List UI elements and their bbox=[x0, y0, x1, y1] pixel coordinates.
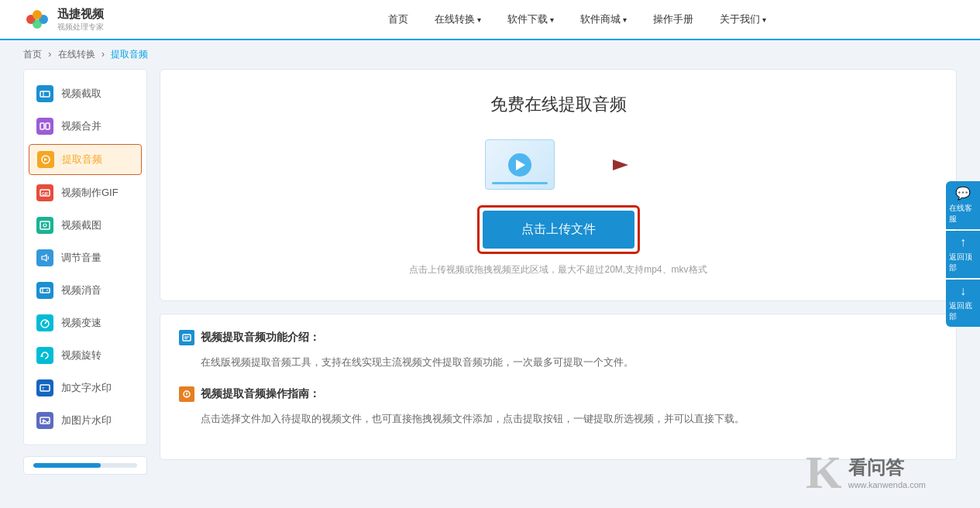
float-btn-bottom[interactable]: ↓ 返回底部 bbox=[946, 280, 980, 327]
sidebar-item-video-gif[interactable]: GIF 视频制作GIF bbox=[24, 177, 146, 209]
sidebar-label-rotate: 视频旋转 bbox=[61, 348, 101, 362]
breadcrumb-home[interactable]: 首页 bbox=[23, 49, 42, 60]
nav-home[interactable]: 首页 bbox=[377, 8, 419, 31]
svg-rect-5 bbox=[40, 91, 50, 97]
play-button-icon bbox=[508, 153, 531, 177]
breadcrumb-current: 提取音频 bbox=[111, 49, 148, 60]
nav-about[interactable]: 关于我们 bbox=[709, 8, 777, 31]
sidebar-label-image-watermark: 加图片水印 bbox=[61, 414, 112, 427]
arrow-icon bbox=[570, 148, 632, 181]
logo-title: 迅捷视频 bbox=[57, 7, 104, 22]
chat-icon: 💬 bbox=[955, 186, 971, 201]
breadcrumb-parent[interactable]: 在线转换 bbox=[58, 49, 95, 60]
sidebar-label-video-screenshot: 视频截图 bbox=[61, 218, 101, 232]
arrow-down-icon: ↓ bbox=[960, 284, 966, 298]
nav-download[interactable]: 软件下载 bbox=[497, 8, 565, 31]
main-content: 视频截取 视频合并 提取音频 GIF 视频制作GIF bbox=[0, 69, 980, 490]
sidebar-item-video-cut[interactable]: 视频截取 bbox=[24, 77, 146, 110]
svg-line-18 bbox=[45, 321, 47, 324]
video-merge-icon bbox=[36, 118, 53, 135]
header: 迅捷视频 视频处理专家 首页 在线转换 软件下载 软件商城 操作手册 关于我们 bbox=[0, 0, 980, 40]
sidebar-label-text-watermark: 加文字水印 bbox=[61, 381, 112, 395]
progress-bar-fill bbox=[33, 463, 101, 468]
float-btn-bottom-label: 返回底部 bbox=[949, 300, 977, 322]
sidebar-label-video-merge: 视频合并 bbox=[61, 119, 101, 133]
upload-button[interactable]: 点击上传文件 bbox=[483, 211, 634, 249]
volume-icon bbox=[36, 249, 53, 266]
svg-rect-12 bbox=[40, 221, 50, 229]
image-watermark-icon bbox=[36, 412, 53, 429]
upload-title: 免费在线提取音频 bbox=[490, 93, 627, 116]
sidebar-item-rotate[interactable]: 视频旋转 bbox=[24, 339, 146, 372]
info-steps-icon bbox=[179, 386, 194, 402]
float-buttons: 💬 在线客服 ↑ 返回顶部 ↓ 返回底部 bbox=[946, 181, 980, 327]
video-screenshot-icon bbox=[36, 217, 53, 234]
svg-rect-7 bbox=[40, 123, 44, 129]
sidebar-menu: 视频截取 视频合并 提取音频 GIF 视频制作GIF bbox=[23, 69, 147, 445]
video-cut-icon bbox=[36, 85, 53, 102]
info-intro-icon bbox=[179, 330, 194, 345]
info-intro-title-text: 视频提取音频功能介绍： bbox=[201, 331, 320, 345]
watermark-k: K bbox=[806, 449, 842, 490]
sidebar-label-speed: 视频变速 bbox=[61, 316, 101, 330]
breadcrumb: 首页 › 在线转换 › 提取音频 bbox=[0, 40, 980, 69]
upload-box: 免费在线提取音频 点击上传文件 点击上传视频或拖拽视 bbox=[160, 69, 957, 301]
upload-visual bbox=[485, 139, 632, 190]
info-steps-block: 视频提取音频操作指南： 点击选择文件加入待提取的视频文件，也可直接拖拽视频文件添… bbox=[179, 386, 937, 427]
play-triangle bbox=[516, 160, 525, 170]
sidebar-label-mute: 视频消音 bbox=[61, 283, 101, 297]
float-btn-top-label: 返回顶部 bbox=[949, 252, 977, 273]
logo-area: 迅捷视频 视频处理专家 bbox=[23, 5, 104, 33]
sidebar: 视频截取 视频合并 提取音频 GIF 视频制作GIF bbox=[23, 69, 147, 475]
extract-audio-icon bbox=[37, 151, 54, 168]
text-watermark-icon: T bbox=[36, 379, 53, 396]
svg-rect-14 bbox=[40, 288, 50, 293]
svg-marker-19 bbox=[40, 354, 43, 357]
watermark-text-block: 看问答 www.kanwenda.com bbox=[848, 455, 926, 489]
progress-bar-bg bbox=[33, 463, 137, 468]
info-intro-block: 视频提取音频功能介绍： 在线版视频提取音频工具，支持在线实现主流视频文件提取音频… bbox=[179, 330, 937, 371]
sidebar-item-video-merge[interactable]: 视频合并 bbox=[24, 110, 146, 142]
info-steps-title: 视频提取音频操作指南： bbox=[179, 386, 937, 402]
sidebar-label-extract-audio: 提取音频 bbox=[62, 153, 102, 166]
float-btn-chat-label: 在线客服 bbox=[949, 203, 977, 225]
logo-icon bbox=[23, 5, 51, 33]
info-intro-text: 在线版视频提取音频工具，支持在线实现主流视频文件提取音频功能，一次最多可提取一个… bbox=[179, 353, 937, 371]
info-intro-title: 视频提取音频功能介绍： bbox=[179, 330, 937, 345]
main-nav: 首页 在线转换 软件下载 软件商城 操作手册 关于我们 bbox=[197, 8, 957, 31]
svg-rect-8 bbox=[46, 123, 50, 129]
nav-manual[interactable]: 操作手册 bbox=[642, 8, 704, 31]
float-btn-top[interactable]: ↑ 返回顶部 bbox=[946, 231, 980, 278]
nav-store[interactable]: 软件商城 bbox=[569, 8, 638, 31]
svg-point-3 bbox=[33, 10, 42, 19]
info-steps-title-text: 视频提取音频操作指南： bbox=[201, 387, 320, 401]
video-thumbnail bbox=[485, 139, 555, 190]
sidebar-item-mute[interactable]: 视频消音 bbox=[24, 274, 146, 307]
sidebar-item-image-watermark[interactable]: 加图片水印 bbox=[24, 404, 146, 437]
speed-icon bbox=[36, 314, 53, 331]
progress-area bbox=[23, 456, 147, 475]
mute-icon bbox=[36, 282, 53, 299]
upload-hint: 点击上传视频或拖拽视频至此区域，最大不超过20M,支持mp4、mkv格式 bbox=[409, 263, 707, 276]
sidebar-label-video-gif: 视频制作GIF bbox=[61, 186, 119, 200]
logo-subtitle: 视频处理专家 bbox=[57, 22, 104, 33]
info-section: 视频提取音频功能介绍： 在线版视频提取音频工具，支持在线实现主流视频文件提取音频… bbox=[160, 314, 957, 460]
svg-text:GIF: GIF bbox=[42, 191, 48, 196]
content-area: 免费在线提取音频 点击上传文件 点击上传视频或拖拽视 bbox=[160, 69, 957, 475]
video-gif-icon: GIF bbox=[36, 184, 53, 201]
watermark-cn: 看问答 bbox=[848, 455, 926, 480]
float-btn-chat[interactable]: 💬 在线客服 bbox=[946, 181, 980, 229]
svg-point-29 bbox=[186, 396, 187, 396]
sidebar-item-extract-audio[interactable]: 提取音频 bbox=[29, 144, 142, 175]
upload-button-wrapper: 点击上传文件 bbox=[477, 205, 640, 254]
sidebar-item-video-screenshot[interactable]: 视频截图 bbox=[24, 209, 146, 242]
sidebar-label-video-cut: 视频截取 bbox=[61, 87, 101, 101]
sidebar-item-volume[interactable]: 调节音量 bbox=[24, 242, 146, 274]
sidebar-item-speed[interactable]: 视频变速 bbox=[24, 307, 146, 339]
svg-rect-24 bbox=[183, 335, 191, 341]
sidebar-label-volume: 调节音量 bbox=[61, 251, 101, 265]
info-steps-text: 点击选择文件加入待提取的视频文件，也可直接拖拽视频文件添加，点击提取按钮，一键提… bbox=[179, 410, 937, 427]
sidebar-item-text-watermark[interactable]: T 加文字水印 bbox=[24, 372, 146, 404]
nav-convert[interactable]: 在线转换 bbox=[424, 8, 492, 31]
watermark-url: www.kanwenda.com bbox=[848, 480, 926, 489]
